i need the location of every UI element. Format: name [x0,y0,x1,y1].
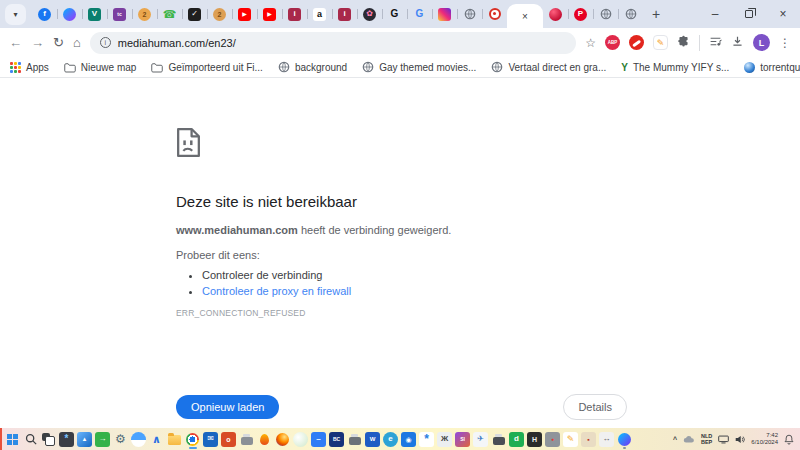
profile-avatar[interactable]: L [753,34,770,51]
tab-messenger[interactable] [57,0,82,28]
taskbar-settings-icon[interactable]: ⚙ [113,432,128,447]
tab-youtube-2[interactable]: ▶ [257,0,282,28]
taskbar-office-orange-icon[interactable]: o [221,432,236,447]
taskbar-flame-app-icon[interactable] [257,432,272,447]
tab-crimson-person-2[interactable]: i [332,0,357,28]
tab-youtube-1[interactable]: ▶ [232,0,257,28]
taskbar-planet-swirl-icon[interactable]: e [383,432,398,447]
details-button[interactable]: Details [563,394,627,420]
taskbar-bitcomet-icon[interactable]: BC [329,432,344,447]
tab-checkbox[interactable]: ✓ [182,0,207,28]
tab-amazon[interactable]: a [307,0,332,28]
tab-red-sphere[interactable] [543,0,568,28]
compose-extension-icon[interactable]: ✎ [653,35,668,50]
address-bar[interactable]: i mediahuman.com/en23/ [90,32,576,54]
taskbar-share-green-icon[interactable]: → [95,432,110,447]
taskbar-fax-icon[interactable] [347,432,362,447]
taskbar-si-app-icon[interactable]: SI [455,432,470,447]
tab-globe-1[interactable] [457,0,482,28]
tab-globe-2[interactable] [593,0,618,28]
tab-globe-3[interactable] [618,0,643,28]
tray-expand-icon[interactable]: ^ [673,436,677,443]
taskbar-beige-app-icon[interactable]: ▪ [581,432,596,447]
taskbar-camera-blue-icon[interactable]: ◉ [401,432,416,447]
taskbar-blue-star-icon[interactable]: * [419,432,434,447]
taskbar-green-media-icon[interactable]: d [509,432,524,447]
bookmark-background[interactable]: background [278,61,347,73]
taskbar-firefox-icon[interactable] [275,432,290,447]
tab-search-button[interactable]: ▾ [5,4,26,25]
notifications-bell-icon[interactable] [784,434,794,445]
tab-active[interactable]: × [507,4,543,28]
tab-close-icon[interactable]: × [522,11,528,22]
restore-button[interactable] [732,0,766,28]
taskbar-photo-editor-icon[interactable]: * [59,432,74,447]
taskbar-pencil-icon[interactable]: ✎ [563,432,578,447]
tab-facebook[interactable]: f [32,0,57,28]
extensions-puzzle-icon[interactable] [677,34,690,52]
taskbar-printer-dark-icon[interactable] [491,432,506,447]
bookmark-the-mummy-yify-s[interactable]: YThe Mummy YIFY s... [621,62,729,73]
taskbar-printer-gray-icon[interactable] [239,432,254,447]
taskbar-plane-icon[interactable]: ✈ [473,432,488,447]
taskbar-blue-half-circle-icon[interactable] [131,432,146,447]
tab-dark-flower[interactable]: ✿ [357,0,382,28]
clock[interactable]: 7:42 6/10/2024 [751,432,778,446]
onedrive-cloud-icon[interactable] [683,435,695,443]
bookmark-torrentquest[interactable]: torrentquest [744,62,800,73]
bookmark-star-icon[interactable]: ☆ [585,36,596,50]
close-window-button[interactable]: × [766,0,800,28]
media-controls-icon[interactable] [709,34,722,52]
taskbar-task-view-icon[interactable] [41,432,56,447]
taskbar-pale-circle-icon[interactable] [293,432,308,447]
tab-coin-two[interactable]: 2 [132,0,157,28]
tab-record-red[interactable] [482,0,507,28]
tab-coin-two-b[interactable]: 2 [207,0,232,28]
taskbar-messenger-icon[interactable] [617,432,632,447]
taskbar-blue-arch-icon[interactable]: ∧ [149,432,164,447]
adblock-extension-icon[interactable] [629,35,644,50]
home-button[interactable]: ⌂ [73,36,81,49]
taskbar-start-icon[interactable] [5,432,20,447]
messenger-favicon [63,8,76,21]
taskbar-search-icon[interactable] [23,432,38,447]
tab-green-phone[interactable]: ☎ [157,0,182,28]
tab-google[interactable]: G [407,0,432,28]
taskbar-word-doc-icon[interactable]: W [365,432,380,447]
reload-page-button[interactable]: Opnieuw laden [176,395,279,419]
suggestion-link[interactable]: Controleer de proxy en firewall [202,283,627,299]
reload-button[interactable]: ↻ [53,36,64,49]
forward-button[interactable]: → [31,36,44,49]
new-tab-button[interactable]: + [643,1,669,27]
taskbar-arrow-app-icon[interactable]: ↔ [599,432,614,447]
adblock-plus-extension-icon[interactable]: ABP [605,35,620,50]
bookmark-ge-mporteerd-uit-fi[interactable]: Geïmporteerd uit Fi... [151,62,262,73]
site-info-icon[interactable]: i [100,37,111,48]
back-button[interactable]: ← [9,36,22,49]
tab-instagram[interactable] [432,0,457,28]
tab-v-video[interactable]: V [82,0,107,28]
volume-icon[interactable] [735,435,745,444]
taskbar-file-explorer-icon[interactable] [167,432,182,447]
downloads-icon[interactable] [731,34,744,52]
tab-g-dark[interactable]: G [382,0,407,28]
bookmark-gay-themed-movies[interactable]: Gay themed movies... [362,61,476,73]
browser-menu-icon[interactable]: ⋮ [779,36,791,50]
taskbar-handbrake-icon[interactable]: H [527,432,542,447]
error-domain: www.mediahuman.com [176,224,298,236]
tab-tc[interactable]: tc [107,0,132,28]
taskbar-chrome-icon[interactable] [185,432,200,447]
bookmark-apps[interactable]: Apps [10,62,49,73]
taskbar-blue-stripe-icon[interactable]: – [311,432,326,447]
taskbar-cjk-tool-icon[interactable]: Ж [437,432,452,447]
minimize-button[interactable]: – [698,0,732,28]
taskbar-photos-icon[interactable]: ▲ [77,432,92,447]
tab-crimson-person-1[interactable]: i [282,0,307,28]
network-icon[interactable] [718,435,729,444]
tab-pinterest[interactable]: P [568,0,593,28]
taskbar-mail-blue-icon[interactable]: ✉ [203,432,218,447]
bookmark-vertaal-direct-en-gra[interactable]: Vertaal direct en gra... [491,61,606,73]
bookmark-nieuwe-map[interactable]: Nieuwe map [64,62,137,73]
taskbar-camera-red-icon[interactable]: ● [545,432,560,447]
language-indicator[interactable]: NLD BEP [701,433,712,446]
